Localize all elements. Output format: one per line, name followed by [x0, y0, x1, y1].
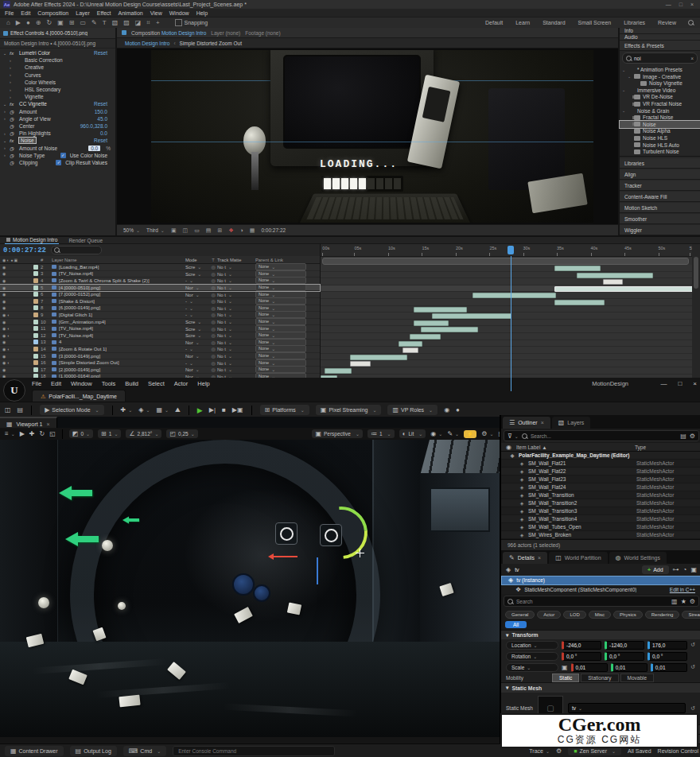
twirl-icon[interactable]: ⌄ [2, 102, 7, 107]
brush-dropdown[interactable]: ✎ [447, 430, 459, 437]
ae-menu-item[interactable]: Help [196, 10, 208, 16]
ue-menu-item[interactable]: Window [71, 380, 92, 387]
selection-tool-icon[interactable]: ▶ [16, 17, 21, 28]
label-color-chip[interactable] [33, 265, 38, 270]
track-matte-dropdown[interactable]: No t [217, 264, 255, 270]
effect-row[interactable]: ◷ Clipping ✓ Clip Result Values [0, 159, 115, 166]
layer-duration-bar[interactable] [350, 361, 370, 367]
blend-mode-dropdown[interactable]: - [185, 298, 209, 304]
track-matte-dropdown[interactable]: No t [217, 346, 255, 351]
track-matte-dropdown[interactable]: No t [217, 367, 255, 372]
track-matte-dropdown[interactable]: No t [217, 340, 255, 345]
outliner-row[interactable]: ◈ SM_Wall_Flat23 StaticMeshActor [501, 476, 700, 483]
shape-tool-icon[interactable]: ▭ [80, 17, 87, 28]
effect-value[interactable]: Use Color Noise [70, 153, 107, 158]
eye-icon[interactable]: ◉ [2, 285, 6, 290]
preset-item[interactable]: Noise [620, 121, 700, 128]
outliner-search-input[interactable]: ⊽ Search... ▤ ⚙ [504, 430, 699, 441]
reset-icon[interactable]: ↺ [690, 664, 697, 670]
actor-label[interactable]: SM_Wall_Transition2 [528, 500, 577, 506]
composition-tab[interactable]: Composition Motion Design Intro [131, 30, 206, 36]
layer-duration-bar[interactable] [325, 368, 352, 374]
blend-mode-dropdown[interactable]: Nor [185, 340, 209, 345]
composition-viewer[interactable]: LOADING... [117, 49, 618, 224]
actor-label[interactable]: SM_Wall_Flat21 [528, 460, 566, 466]
track-matte-toggle[interactable]: ◎ [209, 360, 217, 366]
eraser-tool-icon[interactable]: ◪ [135, 17, 142, 28]
layer-duration-row[interactable] [321, 299, 692, 306]
filter-chip[interactable]: Actor [537, 611, 561, 619]
preview-timecode[interactable]: 0:00:27:22 [261, 227, 286, 233]
audio-icon[interactable]: ◐ [7, 333, 10, 338]
effect-value[interactable]: Reset [94, 101, 107, 107]
presets-search-input[interactable]: noi × [622, 52, 698, 64]
details-tab[interactable]: ✎ Details × [503, 552, 547, 564]
label-color-chip[interactable] [33, 326, 38, 331]
layer-duration-row[interactable] [321, 265, 692, 272]
blend-mode-dropdown[interactable]: - [185, 305, 209, 311]
layer-duration-bar[interactable] [350, 355, 407, 360]
ue-menu-item[interactable]: File [32, 380, 41, 387]
effect-row[interactable]: › Curves ✓ [0, 72, 115, 79]
ae-menu-item[interactable]: View [150, 10, 162, 16]
snapshot-camera-icon[interactable]: ▦ [250, 227, 255, 234]
track-matte-dropdown[interactable]: No t [217, 292, 255, 297]
pan-camera-icon[interactable]: ▣ [57, 17, 64, 28]
workspace-tab[interactable]: Libraries [624, 20, 645, 25]
layer-name[interactable]: [TV_Noise.mp4] [59, 333, 93, 338]
exposure-icon[interactable]: ◑ [240, 227, 243, 233]
layer-name[interactable]: [Zoom & Twirl & Chroma Split & Shake (2)… [59, 278, 150, 283]
eye-icon[interactable]: ◉ [2, 326, 6, 331]
tv-sprite-icon[interactable] [275, 522, 298, 545]
location-z-field[interactable]: 176,0 [648, 641, 687, 650]
console-command-input[interactable]: Enter Console Command [173, 746, 335, 756]
blend-mode-dropdown[interactable]: Scre [185, 271, 209, 277]
checkerboard-icon[interactable]: ▤ [206, 227, 212, 234]
close-button[interactable]: × [693, 380, 697, 387]
add-actor-dropdown[interactable]: ✚ [121, 406, 133, 413]
actor-label[interactable]: SM_Wires_Broken [528, 532, 571, 538]
move-tool-icon[interactable]: ✚ [29, 430, 35, 437]
layer-duration-bar[interactable] [414, 320, 449, 326]
select-tool-icon[interactable]: ▶ [20, 430, 25, 437]
preset-item[interactable]: Fractal Noise [620, 114, 700, 121]
ue-menu-item[interactable]: Select [148, 380, 165, 387]
blend-mode-dropdown[interactable]: - [185, 312, 209, 317]
track-matte-dropdown[interactable]: No t [217, 298, 255, 304]
track-matte-dropdown[interactable]: No t [217, 278, 255, 283]
workspace-tab[interactable]: Review [658, 20, 676, 25]
effect-row[interactable]: › HSL Secondary ✓ [0, 86, 115, 93]
twirl-icon[interactable]: › [8, 65, 13, 70]
content-drawer-button[interactable]: ▦ Content Drawer [5, 746, 64, 756]
surface-snap-toggle[interactable]: ◩ 0 [69, 429, 93, 438]
layer-duration-row[interactable] [321, 354, 692, 361]
twirl-icon[interactable]: › [2, 109, 7, 114]
blend-mode-dropdown[interactable]: - [185, 360, 209, 366]
track-matte-dropdown[interactable]: No t [217, 353, 255, 359]
settings-icon[interactable]: ⚙ [690, 598, 695, 605]
cinematics-dropdown[interactable]: ▦ [157, 406, 169, 413]
effect-row[interactable]: ⌄ fx Noise ✓ Reset [0, 137, 115, 144]
preset-item[interactable]: Noisy Vignette [620, 80, 700, 87]
timeline-vscroll[interactable] [692, 244, 700, 391]
rotation-z-field[interactable]: 0,0 ° [648, 652, 687, 661]
actor-label[interactable]: SM_Wall_Transition4 [528, 516, 577, 522]
effect-value[interactable]: 45.0 [97, 116, 107, 122]
maximize-button[interactable]: □ [678, 380, 682, 387]
track-matte-toggle[interactable]: ◎ [209, 278, 217, 283]
zoom-tool-icon[interactable]: ⊕ [36, 17, 41, 28]
track-matte-toggle[interactable]: ◎ [209, 326, 217, 332]
track-matte-toggle[interactable]: ◎ [209, 271, 217, 277]
transform-section-header[interactable]: ▾ Transform [501, 630, 700, 639]
blueprints-dropdown[interactable]: ◈ [138, 406, 150, 413]
ue-menu-item[interactable]: Actor [174, 380, 189, 387]
breadcrumb-sub[interactable]: Simple Distorted Zoom Out [180, 41, 242, 46]
scale-y-field[interactable]: 0,01 [611, 663, 648, 672]
layer-duration-bar[interactable] [472, 293, 556, 298]
checkbox-icon[interactable]: ✓ [60, 153, 66, 158]
level-tab[interactable]: ⚠ PolarFacili..._Map_Daytime [32, 390, 126, 402]
lightbulb-sprite-icon[interactable] [118, 602, 126, 610]
twirl-icon[interactable]: ⌄ [622, 68, 626, 72]
eye-icon[interactable]: ◉ [2, 305, 6, 310]
lock-icon[interactable]: ▣ [690, 566, 697, 573]
